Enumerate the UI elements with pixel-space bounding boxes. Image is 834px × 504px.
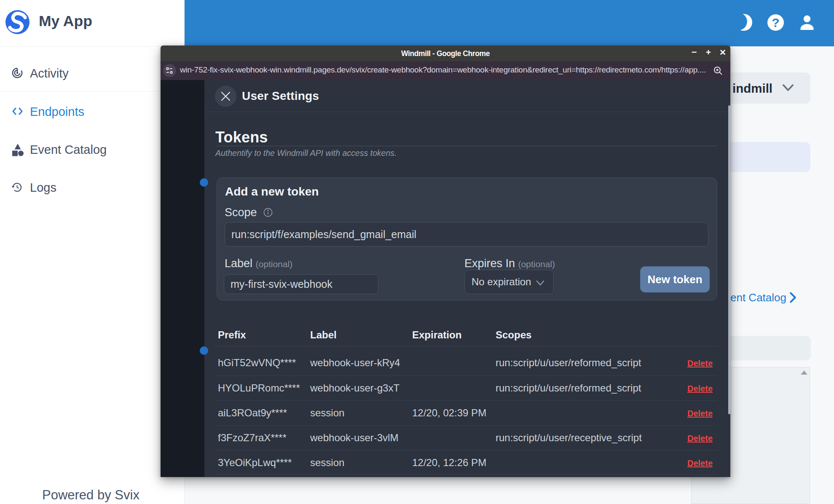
svg-text:?: ? bbox=[772, 16, 779, 29]
